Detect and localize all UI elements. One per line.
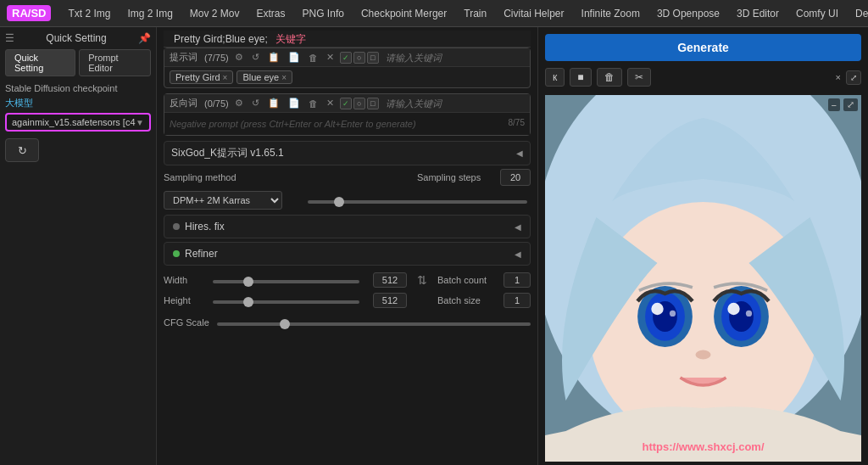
- neg-checkboxes-row: ✓ ○ □: [340, 98, 379, 109]
- nav-comfy-ui[interactable]: Comfy UI: [789, 6, 845, 21]
- checkpoint-select[interactable]: againmix_v15.safetensors [c49 ▼: [5, 113, 151, 132]
- swap-icon[interactable]: ⇅: [417, 273, 427, 287]
- refresh-icon: ↻: [18, 144, 27, 157]
- cfg-label: CFG Scale: [164, 317, 210, 328]
- checkpoint-value: againmix_v15.safetensors [c49: [12, 117, 136, 127]
- rt-btn-back[interactable]: к: [545, 68, 565, 87]
- hires-dot-icon: [173, 223, 180, 230]
- tag-blue-eye[interactable]: Blue eye ×: [236, 70, 292, 84]
- tag-remove-icon[interactable]: ×: [223, 73, 228, 82]
- hires-fix-content: Hires. fix: [173, 221, 225, 232]
- neg-checkbox-3[interactable]: □: [367, 98, 379, 109]
- nav-3d-editor[interactable]: 3D Editor: [730, 6, 786, 21]
- nav-civitai-helper[interactable]: Civitai Helper: [497, 6, 570, 21]
- height-label: Height: [164, 295, 206, 305]
- nav-depth-library[interactable]: Depth Library: [849, 6, 868, 21]
- nav-img2img[interactable]: Img 2 Img: [120, 6, 179, 21]
- checkbox-2[interactable]: ○: [353, 52, 365, 64]
- rt-btn-delete[interactable]: 🗑: [597, 68, 622, 87]
- dimensions-section: Width 512 ⇅ Batch count 1 Height 512 Bat…: [164, 272, 531, 313]
- batch-count-value[interactable]: 1: [504, 272, 531, 288]
- sidebar-tabs: Quick Setting Prompt Editor: [5, 49, 151, 76]
- refresh-button[interactable]: ↻: [5, 138, 39, 162]
- nav-mov2mov[interactable]: Mov 2 Mov: [183, 6, 247, 21]
- sampling-controls-row: DPM++ 2M Karras: [164, 191, 531, 210]
- tag-label-2: Blue eye: [242, 72, 279, 82]
- expand-btn[interactable]: ⤢: [846, 70, 861, 85]
- neg-keyword-search-input[interactable]: [382, 98, 525, 109]
- batch-size-value[interactable]: 1: [504, 293, 531, 308]
- tags-row: Pretty Gird × Blue eye ×: [164, 67, 530, 87]
- svg-point-12: [727, 303, 739, 315]
- hires-fix-row[interactable]: Hires. fix ◀: [164, 215, 531, 238]
- cfg-slider[interactable]: [217, 322, 531, 326]
- toolbar-btn-settings[interactable]: ⚙: [232, 51, 246, 64]
- negative-prompt-label: 反向词: [170, 97, 198, 109]
- checkbox-1[interactable]: ✓: [340, 52, 352, 64]
- toolbar-btn-reload[interactable]: ↺: [249, 51, 262, 64]
- width-value[interactable]: 512: [373, 272, 407, 288]
- toolbar-btn-clear2[interactable]: ✕: [324, 51, 337, 64]
- neg-toolbar-btn-copy[interactable]: 📋: [265, 97, 282, 109]
- tag-remove-icon-2[interactable]: ×: [281, 73, 287, 82]
- img-btn-minimize[interactable]: −: [828, 98, 840, 111]
- app-logo: RA/SD: [7, 5, 51, 21]
- negative-prompt-section: 反向词 (0/75) ⚙ ↺ 📋 📄 🗑 ✕ ✓ ○ □ 8/75 Negati…: [164, 93, 531, 136]
- toolbar-btn-copy[interactable]: 📋: [265, 51, 282, 64]
- steps-value[interactable]: 20: [500, 169, 531, 186]
- char-count: 8/75: [509, 118, 525, 127]
- nav-txt2img[interactable]: Txt 2 Img: [61, 6, 117, 21]
- tag-pretty-gird[interactable]: Pretty Gird ×: [170, 70, 233, 84]
- tab-prompt-editor[interactable]: Prompt Editor: [79, 49, 151, 76]
- toolbar-btn-paste[interactable]: 📄: [286, 51, 303, 64]
- neg-toolbar-btn-clear[interactable]: 🗑: [306, 98, 320, 109]
- width-row: Width 512 ⇅ Batch count 1: [164, 272, 531, 288]
- neg-toolbar-btn-reload[interactable]: ↺: [249, 97, 262, 109]
- width-slider[interactable]: [213, 280, 359, 283]
- rt-btn-stop[interactable]: ■: [570, 68, 591, 87]
- sixgod-arrow-icon: ◀: [516, 148, 523, 158]
- height-row: Height 512 Batch size 1: [164, 293, 531, 308]
- sidebar-title: Quick Setting: [46, 32, 106, 44]
- rt-btn-cut[interactable]: ✂: [627, 68, 651, 87]
- svg-point-7: [651, 303, 663, 315]
- sampling-steps-slider[interactable]: [308, 200, 527, 204]
- generate-button[interactable]: Generate: [545, 34, 861, 61]
- toolbar-btn-clear1[interactable]: 🗑: [306, 52, 320, 64]
- refiner-row[interactable]: Refiner ◀: [164, 242, 531, 266]
- nav-checkpoint-merger[interactable]: Checkpoint Merger: [354, 6, 453, 21]
- sidebar-pin-icon[interactable]: 📌: [138, 32, 151, 44]
- nav-infinite-zoom[interactable]: Infinite Zoom: [575, 6, 647, 21]
- negative-prompt-toolbar: 反向词 (0/75) ⚙ ↺ 📋 📄 🗑 ✕ ✓ ○ □: [164, 94, 530, 113]
- nav-3d-openpose[interactable]: 3D Openpose: [650, 6, 726, 21]
- neg-toolbar-btn-clear2[interactable]: ✕: [324, 97, 337, 109]
- tab-quick-setting[interactable]: Quick Setting: [5, 49, 75, 76]
- sampling-row: Sampling method Sampling steps 20: [164, 169, 531, 186]
- negative-prompt-area[interactable]: 8/75 Negative prompt (press Ctrl+Enter o…: [164, 113, 530, 135]
- x-controls: × ⤢: [836, 70, 861, 85]
- height-value[interactable]: 512: [373, 293, 407, 308]
- positive-prompt-label: 提示词: [170, 51, 198, 64]
- svg-point-13: [746, 311, 752, 317]
- sampling-method-select[interactable]: DPM++ 2M Karras: [164, 191, 282, 210]
- neg-toolbar-btn-settings[interactable]: ⚙: [232, 97, 246, 109]
- nav-pnginfo[interactable]: PNG Info: [296, 6, 351, 21]
- img-btn-expand[interactable]: ⤢: [843, 98, 858, 111]
- top-prompt-bar: Pretty Gird;Blue eye; 关键字: [164, 31, 531, 48]
- checkbox-3[interactable]: □: [367, 52, 379, 64]
- right-panel: Generate к ■ 🗑 ✂ × ⤢: [537, 27, 868, 465]
- sixgod-row[interactable]: SixGod_K提示词 v1.65.1 ◀: [164, 141, 531, 165]
- neg-checkbox-1[interactable]: ✓: [340, 98, 352, 109]
- nav-extras[interactable]: Extras: [250, 6, 292, 21]
- nav-train[interactable]: Train: [457, 6, 493, 21]
- keyword-search-input[interactable]: [382, 53, 525, 63]
- svg-point-14: [696, 350, 711, 360]
- sampling-steps-label: Sampling steps: [417, 172, 493, 182]
- neg-checkbox-2[interactable]: ○: [353, 98, 365, 109]
- chevron-down-icon: ▼: [136, 118, 144, 127]
- height-slider[interactable]: [213, 300, 359, 304]
- main-layout: ☰ Quick Setting 📌 Quick Setting Prompt E…: [0, 27, 868, 465]
- neg-toolbar-btn-paste[interactable]: 📄: [286, 97, 303, 109]
- sidebar-menu-icon[interactable]: ☰: [5, 32, 14, 44]
- anime-portrait-svg: [545, 95, 861, 462]
